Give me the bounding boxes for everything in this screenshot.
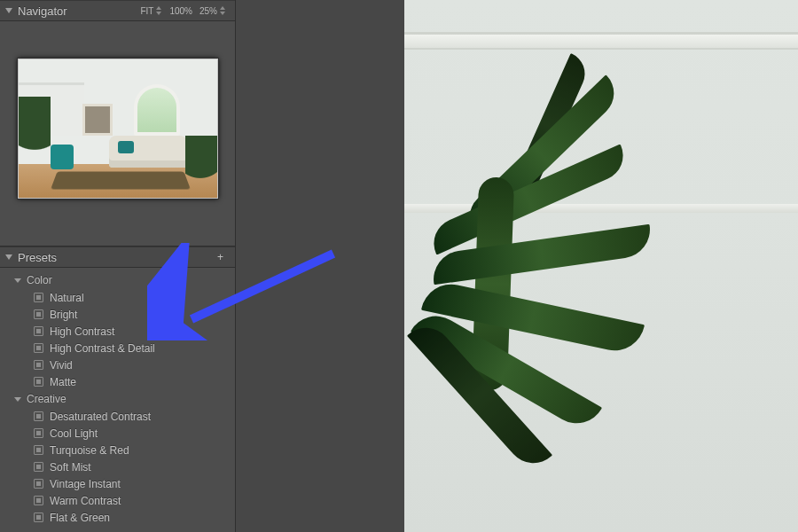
preset-icon: [34, 512, 43, 522]
preset-item[interactable]: Turquoise & Red: [0, 442, 235, 458]
main-canvas[interactable]: [236, 0, 798, 532]
zoom-fit-button[interactable]: FIT: [138, 6, 164, 16]
zoom-100-label: 100%: [169, 6, 192, 16]
chevron-down-icon: [5, 254, 12, 260]
preset-item[interactable]: Matte: [0, 373, 235, 390]
zoom-25-label: 25%: [200, 6, 217, 16]
preset-icon: [34, 343, 43, 353]
preset-item[interactable]: High Contrast & Detail: [0, 340, 235, 356]
preset-icon: [34, 428, 43, 438]
plus-icon: +: [217, 251, 223, 263]
zoom-fit-label: FIT: [140, 6, 153, 16]
stepper-icon[interactable]: [219, 6, 226, 15]
preset-icon: [34, 479, 43, 489]
preset-group-color[interactable]: Color: [0, 271, 235, 289]
preset-icon: [34, 326, 43, 336]
preset-label: Bright: [50, 309, 77, 321]
preset-label: Turquoise & Red: [50, 444, 129, 457]
preset-item[interactable]: Vintage Instant: [0, 475, 235, 492]
navigator-zoom-options: FIT 100% 25%: [138, 6, 228, 16]
preset-label: Vivid: [50, 359, 73, 372]
preset-label: Cool Light: [50, 427, 98, 440]
preset-item[interactable]: Cool Light: [0, 425, 235, 442]
left-sidebar: Navigator FIT 100% 25%: [0, 0, 236, 532]
preset-icon: [34, 445, 43, 455]
navigator-panel-body: [0, 21, 235, 246]
preset-item[interactable]: Vivid: [0, 356, 235, 373]
chevron-down-icon: [14, 397, 21, 402]
chevron-down-icon: [5, 8, 12, 13]
presets-panel-body: Color Natural Bright High Contrast High …: [0, 268, 235, 532]
preset-group-label: Color: [27, 274, 52, 286]
preset-icon: [34, 360, 43, 370]
preset-label: High Contrast & Detail: [50, 342, 155, 355]
preset-group-label: Creative: [27, 393, 66, 405]
preset-item[interactable]: Desaturated Contrast: [0, 408, 235, 425]
preset-item[interactable]: Bright: [0, 306, 235, 323]
navigator-panel-header[interactable]: Navigator FIT 100% 25%: [0, 0, 235, 21]
preset-icon: [34, 377, 43, 387]
preset-icon: [34, 411, 43, 421]
preset-label: Vintage Instant: [50, 478, 121, 490]
preset-item[interactable]: Flat & Green: [0, 509, 235, 526]
navigator-thumbnail[interactable]: [18, 59, 218, 199]
add-preset-button[interactable]: +: [217, 252, 228, 262]
preset-icon: [34, 496, 43, 505]
preset-label: Warm Contrast: [50, 495, 121, 507]
preset-item[interactable]: Natural: [0, 289, 235, 306]
presets-panel-header[interactable]: Presets +: [0, 246, 235, 268]
preset-item[interactable]: High Contrast: [0, 323, 235, 340]
stepper-icon[interactable]: [155, 6, 162, 15]
preset-item[interactable]: Soft Mist: [0, 458, 235, 475]
zoom-25-button[interactable]: 25%: [198, 6, 228, 16]
preset-item[interactable]: Warm Contrast: [0, 492, 235, 509]
preset-label: Natural: [50, 292, 84, 304]
preset-label: Flat & Green: [50, 512, 110, 524]
preset-icon: [34, 309, 43, 319]
preset-label: Desaturated Contrast: [50, 411, 151, 423]
presets-title: Presets: [18, 251, 217, 264]
zoom-100-button[interactable]: 100%: [168, 6, 194, 16]
chevron-down-icon: [14, 278, 21, 283]
preview-image[interactable]: [404, 0, 798, 532]
preset-label: High Contrast: [50, 325, 114, 338]
preset-group-creative[interactable]: Creative: [0, 390, 235, 408]
preset-icon: [34, 462, 43, 472]
preset-label: Soft Mist: [50, 461, 91, 473]
preset-label: Matte: [50, 376, 76, 388]
navigator-title: Navigator: [18, 4, 138, 18]
preset-icon: [34, 293, 43, 302]
